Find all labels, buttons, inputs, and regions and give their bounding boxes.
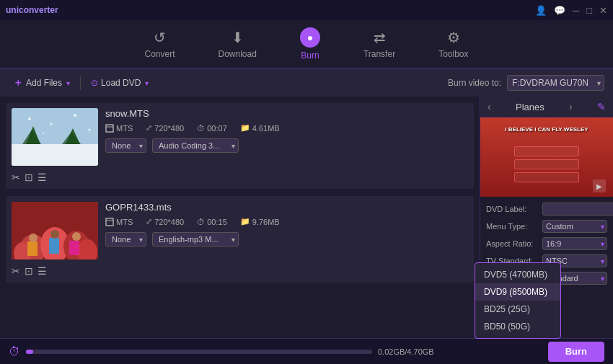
- bottom-left: ⏱ 0.02GB/4.70GB: [9, 345, 434, 358]
- bottom-bar: ⏱ 0.02GB/4.70GB DVD5 (4700MB) DVD9 (8500…: [0, 338, 613, 364]
- file-meta-1: MTS ⤢ 720*480 ⏱ 00:07 📁 4.61MB: [105, 123, 468, 133]
- burn-dest-wrapper: F:DVDRAM GU70N: [507, 75, 604, 91]
- disc-option-bd50[interactable]: BD50 (50G): [475, 318, 560, 335]
- svg-point-8: [74, 114, 76, 117]
- nav-convert[interactable]: ↺ Convert: [137, 26, 182, 62]
- menu-type-select[interactable]: Custom: [542, 220, 607, 233]
- load-dvd-button[interactable]: ⊙ Load DVD ▾: [87, 76, 153, 90]
- titlebar: uniconverter 👤 💬 ─ □ ✕: [0, 0, 613, 20]
- menu-type-label: Menu Type:: [486, 222, 538, 231]
- burn-icon: ●: [300, 27, 320, 48]
- toolbox-icon: ⚙: [447, 29, 460, 46]
- maximize-icon[interactable]: □: [586, 5, 592, 16]
- download-icon: ⬇: [231, 29, 244, 46]
- subtitle-select-1[interactable]: None: [105, 138, 146, 153]
- progress-bar: [26, 350, 33, 354]
- subtitle-select-wrap-2: None: [105, 232, 146, 247]
- file-controls-2: None English-mp3 M...: [105, 232, 468, 247]
- disc-option-bd25[interactable]: BD25 (25G): [475, 301, 560, 318]
- preview-menu-boxes: [514, 146, 579, 182]
- aspect-ratio-select[interactable]: 16:9: [542, 237, 607, 250]
- bottom-right: DVD5 (4700MB) DVD9 (8500MB) BD25 (25G) B…: [548, 342, 604, 362]
- toolbar-right: Burn video to: F:DVDRAM GU70N: [448, 75, 604, 91]
- history-icon[interactable]: ⏱: [9, 345, 20, 358]
- file-info-2: GOPR1433.mts MTS ⤢ 720*480 ⏱ 00:15 📁 9.7…: [105, 202, 468, 247]
- subtitle-select-2[interactable]: None: [105, 232, 146, 247]
- app-logo: uniconverter: [6, 5, 58, 15]
- file-thumb-icons-2: ✂ ⊡ ☰: [12, 265, 47, 277]
- progress-label: 0.02GB/4.70GB: [378, 347, 434, 356]
- aspect-ratio-label: Aspect Ratio:: [486, 239, 538, 248]
- audio-select-2[interactable]: English-mp3 M...: [152, 232, 239, 247]
- panel-preview: I BELIEVE I CAN FLY-WESLEY ▶: [480, 117, 613, 197]
- audio-select-1[interactable]: Audio Coding 3...: [152, 138, 239, 153]
- svg-rect-21: [69, 241, 79, 255]
- nav-toolbox[interactable]: ⚙ Toolbox: [431, 26, 475, 62]
- svg-rect-1: [12, 144, 98, 166]
- size-icon-1: 📁 4.61MB: [240, 123, 280, 133]
- navbar: ↺ Convert ⬇ Download ● Burn ⇄ Transfer ⚙…: [0, 20, 613, 69]
- burn-button[interactable]: Burn: [548, 342, 604, 362]
- menu-type-row: Menu Type: Custom: [486, 220, 607, 233]
- audio-select-wrap-2: English-mp3 M...: [152, 232, 239, 247]
- nav-burn[interactable]: ● Burn: [293, 25, 327, 63]
- menu-type-select-wrap: Custom: [542, 220, 607, 233]
- toolbar-left: ＋ Add Files ▾ ⊙ Load DVD ▾: [9, 74, 153, 92]
- progress-bar-container: [26, 350, 372, 354]
- audio-select-wrap-1: Audio Coding 3...: [152, 138, 239, 153]
- file-item-1: ✂ ⊡ ☰ snow.MTS MTS ⤢ 720*480 ⏱ 00:07: [6, 102, 474, 189]
- nav-transfer[interactable]: ⇄ Transfer: [356, 26, 402, 62]
- crop-icon-2[interactable]: ⊡: [25, 265, 33, 277]
- effect-icon-1[interactable]: ☰: [38, 172, 47, 183]
- titlebar-left: uniconverter: [6, 5, 58, 15]
- transfer-icon: ⇄: [374, 29, 386, 46]
- nav-transfer-label: Transfer: [363, 49, 395, 59]
- file-thumb-icons-1: ✂ ⊡ ☰: [12, 172, 47, 183]
- message-icon[interactable]: 💬: [554, 5, 565, 16]
- dvd-label-row: DVD Label:: [486, 203, 607, 216]
- dvd-icon: ⊙: [91, 78, 98, 88]
- duration-icon-2: ⏱ 00:15: [197, 218, 227, 226]
- panel-next-arrow[interactable]: ›: [569, 101, 573, 112]
- toolbar: ＋ Add Files ▾ ⊙ Load DVD ▾ Burn video to…: [0, 69, 613, 97]
- cut-icon-1[interactable]: ✂: [12, 172, 20, 183]
- file-item-2: ✂ ⊡ ☰ GOPR1433.mts MTS ⤢ 720*480 ⏱ 0: [6, 196, 474, 283]
- nav-download[interactable]: ⬇ Download: [211, 26, 264, 62]
- size-icon-2: 📁 9.76MB: [240, 217, 280, 226]
- resolution-icon-1: ⤢ 720*480: [146, 123, 184, 133]
- dvd-label-input[interactable]: [542, 203, 613, 216]
- svg-rect-25: [106, 218, 113, 226]
- load-dvd-arrow[interactable]: ▾: [145, 79, 149, 87]
- svg-rect-19: [27, 241, 38, 256]
- preview-title-text: I BELIEVE I CAN FLY-WESLEY: [505, 126, 588, 133]
- close-icon[interactable]: ✕: [599, 5, 607, 16]
- preview-background: I BELIEVE I CAN FLY-WESLEY ▶: [480, 117, 613, 197]
- preview-box-2: [514, 159, 579, 169]
- plus-icon: ＋: [13, 76, 23, 89]
- file-thumb-2: [12, 202, 98, 259]
- format-icon-2: MTS: [105, 218, 133, 226]
- preview-box-1: [514, 146, 579, 156]
- convert-icon: ↺: [154, 29, 166, 46]
- cut-icon-2[interactable]: ✂: [12, 265, 20, 277]
- disc-option-dvd5[interactable]: DVD5 (4700MB): [475, 266, 560, 283]
- panel-header: ‹ Planes › ✎: [480, 97, 613, 117]
- panel-edit-icon[interactable]: ✎: [597, 101, 606, 112]
- add-files-button[interactable]: ＋ Add Files ▾: [9, 74, 74, 92]
- effect-icon-2[interactable]: ☰: [38, 265, 47, 277]
- svg-rect-20: [49, 238, 59, 254]
- minimize-icon[interactable]: ─: [573, 5, 579, 16]
- preview-box-3: [514, 172, 579, 182]
- user-icon[interactable]: 👤: [535, 5, 547, 16]
- panel-prev-arrow[interactable]: ‹: [488, 101, 491, 112]
- file-controls-1: None Audio Coding 3...: [105, 138, 468, 153]
- add-files-arrow[interactable]: ▾: [66, 79, 70, 87]
- nav-toolbox-label: Toolbox: [438, 49, 468, 59]
- crop-icon-1[interactable]: ⊡: [25, 172, 33, 183]
- svg-point-9: [89, 129, 91, 131]
- burn-dest-select[interactable]: F:DVDRAM GU70N: [507, 75, 604, 91]
- svg-point-10: [43, 133, 44, 134]
- disc-option-dvd9[interactable]: DVD9 (8500MB): [475, 283, 560, 301]
- preview-play-icon: ▶: [593, 179, 606, 192]
- svg-point-24: [72, 232, 81, 241]
